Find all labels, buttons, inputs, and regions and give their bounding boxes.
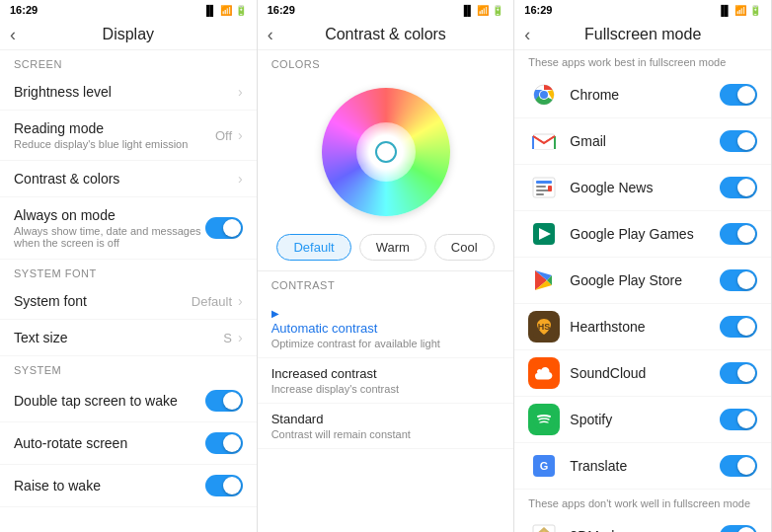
color-buttons: Default Warm Cool [258, 226, 514, 270]
chrome-name: Chrome [570, 87, 720, 103]
app-row-gplaystore: Google Play Store [514, 258, 771, 304]
battery-icon-2: 🔋 [492, 5, 503, 16]
gplaygames-name: Google Play Games [570, 226, 720, 242]
doubletap-row[interactable]: Double tap screen to wake [0, 380, 257, 422]
btn-warm[interactable]: Warm [359, 234, 426, 261]
raisetowake-toggle[interactable] [205, 475, 243, 496]
back-button-1[interactable]: ‹ [10, 25, 16, 45]
contrast-increased-title: Increased contrast [271, 366, 501, 381]
sysfont-value: Default [192, 294, 232, 309]
section-font-label: SYSTEM FONT [0, 260, 257, 283]
status-icons-2: ▐▌ 📶 🔋 [460, 5, 503, 16]
panel2-title: Contrast & colors [325, 26, 446, 43]
textsize-title: Text size [14, 330, 223, 345]
textsize-row[interactable]: Text size S › [0, 320, 257, 356]
wifi-icon: 📶 [220, 5, 232, 16]
back-button-3[interactable]: ‹ [524, 25, 530, 45]
svg-rect-7 [536, 190, 550, 191]
svg-rect-6 [536, 186, 546, 188]
signal-icon-3: ▐▌ [718, 5, 732, 16]
gnews-name: Google News [570, 180, 720, 195]
soundcloud-icon [528, 357, 560, 389]
gplaygames-icon [528, 218, 560, 250]
gplaygames-toggle[interactable] [720, 223, 757, 245]
color-wheel[interactable] [322, 88, 450, 216]
chrome-icon [528, 79, 560, 111]
back-button-2[interactable]: ‹ [268, 25, 273, 45]
sysfont-title: System font [14, 293, 192, 309]
3dmark-toggle[interactable] [720, 525, 757, 532]
contrast-auto[interactable]: Automatic contrast Optimize contrast for… [258, 295, 514, 358]
contrast-increased-subtitle: Increase display's contrast [271, 383, 501, 395]
signal-icon: ▐▌ [203, 5, 217, 16]
section-screen-label: SCREEN [0, 50, 257, 74]
panel1-content: SCREEN Brightness level › Reading mode R… [0, 50, 257, 532]
alwayson-toggle[interactable] [205, 217, 243, 239]
panel1-title: Display [103, 26, 154, 43]
dont-work-label: These apps don't work well in fullscreen… [514, 490, 771, 513]
textsize-value: S [223, 331, 232, 345]
autorotate-toggle[interactable] [205, 432, 243, 454]
contrast-colors-row[interactable]: Contrast & colors › [0, 161, 257, 197]
contrast-increased[interactable]: Increased contrast Increase display's co… [258, 358, 514, 404]
spotify-icon [528, 404, 560, 435]
colors-label: COLORS [258, 50, 514, 74]
hearthstone-name: Hearthstone [570, 319, 720, 335]
svg-rect-5 [536, 181, 552, 184]
status-bar-3: 16:29 ▐▌ 📶 🔋 [514, 0, 771, 20]
sysfont-row[interactable]: System font Default › [0, 283, 257, 320]
chrome-toggle[interactable] [720, 84, 757, 106]
app-row-translate: G Translate [514, 443, 771, 490]
autorotate-row[interactable]: Auto-rotate screen [0, 422, 257, 465]
contrast-standard-subtitle: Contrast will remain constant [271, 428, 501, 440]
3dmark-name: 3DMark [570, 528, 720, 532]
always-on-row[interactable]: Always on mode Always show time, date an… [0, 197, 257, 260]
soundcloud-name: SoundCloud [570, 365, 720, 381]
gnews-icon [528, 172, 560, 203]
time-2: 16:29 [268, 4, 295, 16]
app-row-gnews: Google News [514, 165, 771, 211]
panel3-header: ‹ Fullscreen mode [514, 20, 771, 50]
panel3-content: These apps work best in fullscreen mode … [514, 50, 771, 532]
panel2-header: ‹ Contrast & colors [258, 20, 514, 50]
hearthstone-toggle[interactable] [720, 316, 757, 338]
doubletap-title: Double tap screen to wake [14, 393, 205, 409]
app-row-spotify: Spotify [514, 397, 771, 443]
color-wheel-center [356, 122, 416, 182]
chevron-sysfont: › [238, 293, 243, 309]
app-row-hearthstone: HS Hearthstone [514, 304, 771, 350]
translate-toggle[interactable] [720, 455, 757, 477]
svg-point-2 [540, 91, 548, 99]
app-row-soundcloud: SoundCloud [514, 350, 771, 397]
reading-mode-row[interactable]: Reading mode Reduce display's blue light… [0, 111, 257, 161]
status-bar-2: 16:29 ▐▌ 📶 🔋 [258, 0, 514, 20]
panel2-content: COLORS Default Warm Cool CONTRAST Automa… [258, 50, 514, 532]
status-icons-3: ▐▌ 📶 🔋 [718, 5, 761, 16]
btn-cool[interactable]: Cool [434, 234, 495, 261]
gplaystore-toggle[interactable] [720, 269, 757, 291]
status-icons-1: ▐▌ 📶 🔋 [203, 5, 247, 16]
brightness-row[interactable]: Brightness level › [0, 74, 257, 111]
spotify-toggle[interactable] [720, 409, 757, 430]
contrast-standard[interactable]: Standard Contrast will remain constant [258, 404, 514, 449]
gmail-toggle[interactable] [720, 130, 757, 152]
panel3-title: Fullscreen mode [584, 26, 701, 43]
doubletap-toggle[interactable] [205, 390, 243, 412]
contrast-section-label: CONTRAST [258, 271, 514, 295]
signal-icon-2: ▐▌ [460, 5, 474, 16]
wifi-icon-3: 📶 [734, 5, 746, 16]
autorotate-title: Auto-rotate screen [14, 435, 205, 451]
reading-value: Off [215, 128, 232, 143]
raisetowake-row[interactable]: Raise to wake [0, 465, 257, 507]
btn-default[interactable]: Default [276, 234, 350, 261]
battery-icon: 🔋 [235, 5, 247, 16]
gmail-name: Gmail [570, 133, 720, 149]
gnews-toggle[interactable] [720, 177, 757, 198]
panel1-header: ‹ Display [0, 20, 257, 50]
soundcloud-toggle[interactable] [720, 362, 757, 384]
raisetowake-title: Raise to wake [14, 478, 205, 494]
app-row-gplaygames: Google Play Games [514, 211, 771, 258]
contrast-standard-title: Standard [271, 412, 501, 426]
alwayson-title: Always on mode [14, 207, 205, 223]
app-row-3dmark: 3DMark [514, 513, 771, 532]
